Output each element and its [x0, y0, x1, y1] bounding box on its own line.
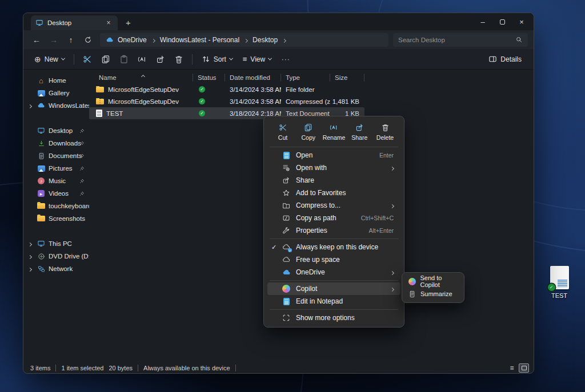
sidebar-item-screenshots[interactable]: Screenshots	[23, 212, 89, 225]
file-row-folder[interactable]: MicrosoftEdgeSetupDev ✓ 3/14/2024 3:58 A…	[89, 83, 364, 95]
text-file-thumbnail-icon: ✓	[550, 266, 569, 289]
large-icons-view-toggle[interactable]	[519, 363, 529, 373]
sort-button[interactable]: Sort	[197, 51, 238, 67]
menu-item-open-with[interactable]: Open with	[267, 161, 400, 174]
details-button-label: Details	[500, 55, 522, 63]
folder-icon	[37, 216, 45, 221]
sidebar-item-downloads[interactable]: Downloads	[23, 137, 89, 149]
onedrive-synced-badge-icon: ✓	[548, 284, 555, 291]
rename-button[interactable]	[135, 51, 150, 67]
new-button-label: New	[45, 55, 58, 63]
document-lines-icon	[408, 290, 416, 298]
details-view-toggle[interactable]: ≡	[507, 363, 517, 373]
menu-item-open[interactable]: Open Enter	[267, 149, 400, 161]
menu-item-free-up-space[interactable]: Free up space	[267, 253, 400, 266]
close-button[interactable]: ×	[512, 13, 531, 30]
maximize-button[interactable]	[492, 13, 512, 30]
menu-item-onedrive[interactable]: OneDrive	[267, 266, 400, 278]
sidebar-label: Music	[49, 177, 66, 184]
menu-item-add-to-favorites[interactable]: Add to Favorites	[267, 187, 400, 199]
quick-action-share[interactable]: Share	[347, 120, 371, 143]
copy-button[interactable]	[98, 51, 113, 67]
share-button[interactable]	[153, 51, 168, 67]
quick-action-delete[interactable]: Delete	[373, 120, 397, 143]
menu-item-label: Open with	[296, 164, 327, 172]
home-icon: ⌂	[37, 77, 45, 84]
column-header-size[interactable]: Size	[330, 74, 364, 82]
details-pane-button[interactable]: Details	[483, 51, 527, 67]
status-divider	[55, 365, 56, 371]
menu-item-edit-in-notepad[interactable]: Edit in Notepad	[267, 295, 400, 308]
cut-button[interactable]	[80, 51, 95, 67]
menu-item-label: Copy as path	[296, 214, 336, 222]
menu-item-show-more-options[interactable]: Show more options	[267, 312, 400, 324]
sidebar-item-home[interactable]: ⌂ Home	[23, 74, 89, 87]
menu-item-always-keep-on-device[interactable]: ✓ ✓ Always keep on this device	[267, 241, 400, 253]
copilot-icon	[408, 278, 416, 285]
refresh-button[interactable]	[79, 36, 97, 44]
expand-chevron-icon[interactable]	[29, 265, 31, 272]
breadcrumb-account[interactable]: WindowsLatest - Personal	[160, 36, 239, 44]
new-button[interactable]: ⊕ New	[29, 51, 70, 67]
menu-item-label: Copilot	[296, 285, 317, 293]
submenu-item-summarize[interactable]: Summarize	[404, 288, 462, 300]
expand-chevron-icon[interactable]	[29, 240, 31, 247]
sidebar-label: This PC	[49, 240, 72, 247]
quick-action-label: Rename	[323, 134, 346, 141]
sidebar-item-onedrive-account[interactable]: WindowsLatest - Pe	[23, 99, 89, 112]
column-header-status[interactable]: Status	[193, 74, 225, 82]
menu-item-compress-to[interactable]: Compress to...	[267, 199, 400, 212]
file-row-zip[interactable]: MicrosoftEdgeSetupDev ✓ 3/14/2024 3:58 A…	[89, 95, 364, 107]
desktop-file-test[interactable]: ✓ TEST	[543, 266, 575, 299]
sidebar-item-gallery[interactable]: Gallery	[23, 87, 89, 99]
chevron-down-icon	[229, 56, 233, 60]
search-input[interactable]	[398, 37, 515, 43]
submenu-item-send-to-copilot[interactable]: Send to Copilot	[404, 275, 462, 288]
quick-action-rename[interactable]: Rename	[322, 120, 346, 143]
sidebar-item-network[interactable]: Network	[23, 262, 89, 275]
address-bar[interactable]: OneDrive WindowsLatest - Personal Deskto…	[100, 33, 388, 47]
up-button[interactable]: ↑	[62, 35, 79, 45]
quick-action-cut[interactable]: Cut	[271, 120, 295, 143]
delete-button[interactable]	[171, 51, 186, 67]
availability-status: Always available on this device	[143, 365, 230, 371]
delete-icon	[381, 123, 390, 132]
forward-button[interactable]: →	[45, 35, 62, 45]
view-button[interactable]: ≡ View	[238, 51, 277, 67]
videos-icon: ▶	[37, 190, 45, 197]
column-header-type[interactable]: Type	[281, 74, 330, 82]
sidebar-item-pictures[interactable]: Pictures	[23, 162, 89, 175]
back-button[interactable]: ←	[28, 35, 45, 45]
sync-status-icon: ✓	[199, 110, 205, 116]
sidebar-item-dvd-drive[interactable]: DVD Drive (D:) CCC	[23, 250, 89, 262]
sidebar-item-documents[interactable]: Documents	[23, 149, 89, 162]
sidebar-item-touchkeyboard[interactable]: touchkeyboard	[23, 200, 89, 212]
menu-item-share[interactable]: Share	[267, 174, 400, 187]
expand-chevron-icon[interactable]	[29, 253, 31, 260]
sidebar-item-this-pc[interactable]: This PC	[23, 237, 89, 250]
tab-desktop[interactable]: Desktop ×	[31, 15, 118, 30]
breadcrumb-onedrive[interactable]: OneDrive	[118, 36, 147, 44]
sidebar-item-desktop[interactable]: Desktop	[23, 124, 89, 137]
menu-item-copilot[interactable]: Copilot	[267, 282, 400, 295]
pin-icon	[79, 141, 85, 146]
column-header-date-modified[interactable]: Date modified	[225, 74, 281, 82]
quick-action-copy[interactable]: Copy	[296, 120, 320, 143]
sidebar-item-music[interactable]: ♪ Music	[23, 175, 89, 187]
more-options-icon	[281, 314, 291, 322]
menu-item-copy-as-path[interactable]: Copy as path Ctrl+Shift+C	[267, 212, 400, 224]
sort-button-label: Sort	[214, 55, 226, 63]
new-tab-button[interactable]: +	[126, 18, 131, 27]
minimize-button[interactable]: –	[473, 13, 492, 30]
selection-count: 1 item selected	[61, 365, 103, 371]
tab-close-icon[interactable]: ×	[104, 19, 113, 27]
column-header-name[interactable]: Name	[89, 74, 193, 82]
sidebar-item-videos[interactable]: ▶ Videos	[23, 187, 89, 200]
submenu-chevron-icon	[391, 201, 394, 209]
paste-button[interactable]	[117, 51, 131, 67]
breadcrumb-chevron-icon	[283, 36, 286, 44]
breadcrumb-desktop[interactable]: Desktop	[253, 36, 278, 44]
expand-chevron-icon[interactable]	[29, 102, 31, 109]
menu-item-properties[interactable]: Properties Alt+Enter	[267, 224, 400, 237]
more-options-button[interactable]: ···	[278, 51, 293, 67]
